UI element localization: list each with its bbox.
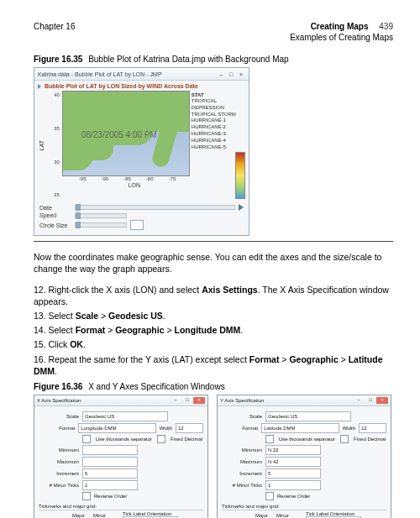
x-axis-specification-dialog: X Axis Specification – □ × Scale Geodesi… xyxy=(34,395,208,518)
maximum-input[interactable] xyxy=(82,457,138,467)
rule xyxy=(34,241,393,242)
minor-ticks-input[interactable]: 1 xyxy=(265,480,321,490)
scale-label: Scale xyxy=(222,414,262,419)
minimize-icon[interactable]: – xyxy=(170,397,181,404)
legend-item: HURRICANE-3 xyxy=(192,131,245,138)
date-slider[interactable] xyxy=(75,205,235,210)
paragraph: Now the coordinates make geographic sens… xyxy=(34,251,393,275)
width-input[interactable]: 12 xyxy=(359,423,386,433)
thousands-checkbox[interactable] xyxy=(265,435,274,443)
tickmarks-group-title: Tickmarks and major grid: xyxy=(222,504,386,510)
width-input[interactable]: 12 xyxy=(176,423,203,433)
legend-item: HURRICANE-1 xyxy=(192,118,245,124)
window-titlebar[interactable]: Katrina data - Bubble Plot of LAT by LON… xyxy=(34,68,249,81)
maximize-icon[interactable]: □ xyxy=(227,71,235,77)
chart-options-icon[interactable] xyxy=(130,220,144,230)
fixed-decimal-checkbox[interactable] xyxy=(157,435,165,443)
figure-35-caption: Figure 16.35 Bubble Plot of Katrina Data… xyxy=(34,55,393,64)
increment-input[interactable]: 5 xyxy=(265,468,321,479)
legend: STAT TROPICAL DEPRESSION TROPICAL STORM … xyxy=(192,91,245,199)
speed-control-label: Speed xyxy=(39,212,71,218)
y-axis-specification-dialog: Y Axis Specification – □ × Scale Geodesi… xyxy=(217,395,391,518)
minor-ticks-input[interactable]: 1 xyxy=(82,480,138,490)
maximum-input[interactable]: N 42 xyxy=(265,457,321,467)
scale-select[interactable]: Geodesic US xyxy=(265,411,351,421)
thousands-checkbox[interactable] xyxy=(82,435,91,443)
format-select[interactable]: Longitude DMM xyxy=(78,423,155,433)
format-label: Format xyxy=(39,426,75,431)
running-header: Chapter 16 Creating Maps 439 Examples of… xyxy=(34,22,393,43)
fixed-decimal-checkbox[interactable] xyxy=(340,435,349,443)
doc-title: Creating Maps xyxy=(311,22,369,31)
plot-title-row: Bubble Plot of LAT by LON Sized by WIND … xyxy=(34,81,249,89)
reverse-order-checkbox[interactable] xyxy=(82,492,91,500)
circle-size-slider[interactable] xyxy=(75,222,127,228)
circle-size-label: Circle Size xyxy=(39,222,71,228)
maximize-icon[interactable]: □ xyxy=(181,397,193,404)
legend-item: HURRICANE-4 xyxy=(192,138,245,144)
tickmarks-group-title: Tickmarks and major grid: xyxy=(39,504,203,510)
disclose-icon[interactable] xyxy=(38,84,41,89)
minimize-icon[interactable]: – xyxy=(217,71,225,77)
doc-subtitle: Examples of Creating Maps xyxy=(290,33,393,42)
map-canvas[interactable]: 08/23/2005 4:00 PM xyxy=(62,91,190,176)
page-number: 439 xyxy=(379,22,393,31)
figure-36-caption: Figure 16.36 X and Y Axes Specification … xyxy=(34,382,393,391)
legend-item: TROPICAL STORM xyxy=(192,112,245,118)
close-icon[interactable]: × xyxy=(376,397,388,404)
chapter-label: Chapter 16 xyxy=(34,22,75,31)
increment-input[interactable]: 5 xyxy=(82,468,138,479)
scale-select[interactable]: Geodesic US xyxy=(82,411,168,421)
window-title: Katrina data - Bubble Plot of LAT by LON… xyxy=(38,71,162,77)
step-14: 14. Select Format > Geographic > Longitu… xyxy=(34,324,393,336)
dialog-titlebar[interactable]: Y Axis Specification – □ × xyxy=(218,395,391,406)
step-12: 12. Right-click the X axis (LON) and sel… xyxy=(34,284,393,307)
step-16: 16. Repeat the same for the Y axis (LAT)… xyxy=(34,353,393,377)
maximize-icon[interactable]: □ xyxy=(365,397,376,404)
dialog-title: X Axis Specification xyxy=(37,398,81,403)
legend-item: TROPICAL DEPRESSION xyxy=(192,98,245,112)
format-select[interactable]: Latitude DMM xyxy=(261,423,339,433)
close-icon[interactable]: × xyxy=(237,71,245,77)
format-label: Format xyxy=(222,426,258,431)
colorbar xyxy=(235,152,245,199)
plot-title: Bubble Plot of LAT by LON Sized by WIND … xyxy=(45,83,198,89)
overlay-timestamp: 08/23/2005 4:00 PM xyxy=(81,130,157,139)
play-icon[interactable] xyxy=(239,204,244,211)
dialog-titlebar[interactable]: X Axis Specification – □ × xyxy=(34,395,207,406)
animation-controls: Date Speed Circle Size xyxy=(34,201,249,235)
speed-slider[interactable] xyxy=(75,213,127,218)
close-icon[interactable]: × xyxy=(193,397,205,404)
dialog-title: Y Axis Specification xyxy=(220,398,264,403)
legend-title: STAT xyxy=(192,92,245,97)
date-control-label: Date xyxy=(39,205,71,211)
legend-item: HURRICANE-2 xyxy=(192,124,245,131)
x-axis-label: LON xyxy=(62,182,190,188)
minimum-input[interactable] xyxy=(82,445,138,455)
step-13: 13. Select Scale > Geodesic US. xyxy=(34,310,393,322)
plot-window: Katrina data - Bubble Plot of LAT by LON… xyxy=(34,67,249,236)
minimize-icon[interactable]: – xyxy=(353,397,365,404)
x-axis-ticks: -95 -90 -85 -80 -75 xyxy=(62,176,190,181)
y-axis-label: LAT xyxy=(38,140,45,150)
legend-item: HURRICANE-5 xyxy=(192,144,245,151)
reverse-order-checkbox[interactable] xyxy=(265,492,274,500)
scale-label: Scale xyxy=(39,414,79,419)
minimum-input[interactable]: N 22 xyxy=(265,445,321,455)
y-axis-ticks: 40 35 30 25 xyxy=(47,91,60,199)
step-15: 15. Click OK. xyxy=(34,338,393,350)
